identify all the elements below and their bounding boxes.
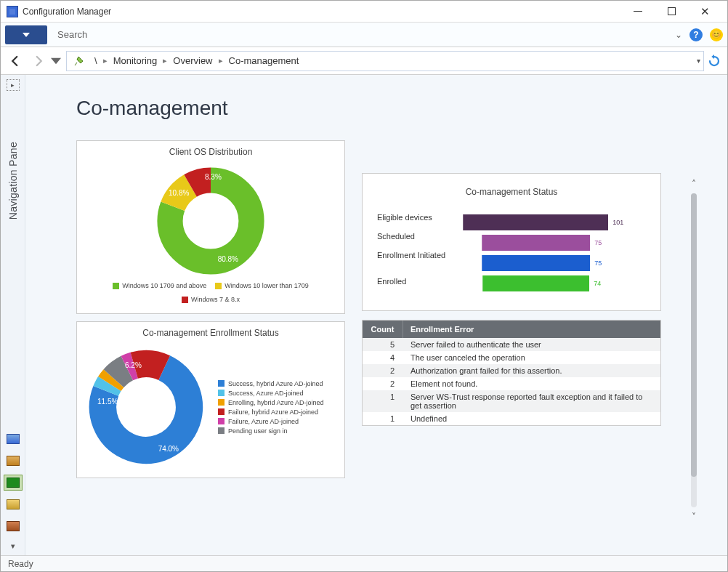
table-row[interactable]: 2Authorization grant failed for this ass…	[363, 364, 660, 377]
slice-label: 10.8%	[169, 189, 189, 197]
funnel-bar: 74	[463, 274, 623, 293]
breadcrumb-monitoring[interactable]: Monitoring	[109, 55, 162, 66]
scroll-down-icon[interactable]: ˅	[689, 510, 699, 523]
scroll-up-icon[interactable]: ˄	[689, 177, 699, 190]
feedback-icon[interactable]: 😊	[710, 28, 723, 41]
search-input[interactable]: Search	[54, 28, 668, 41]
cell-error: Element not found.	[403, 377, 660, 390]
page-title: Co-management	[76, 97, 705, 120]
slice-label: 8.3%	[205, 173, 222, 181]
breadcrumb-root[interactable]: \	[90, 55, 102, 66]
close-button[interactable]: ✕	[688, 1, 721, 23]
funnel-label: Enrolled	[377, 277, 445, 296]
address-dropdown-icon[interactable]: ▾	[697, 57, 700, 65]
workspace-more-icon[interactable]: ▾	[11, 541, 15, 551]
breadcrumb-sep-icon: ▸	[217, 56, 225, 65]
cell-count: 1	[363, 412, 403, 425]
breadcrumb-overview[interactable]: Overview	[169, 55, 217, 66]
legend: Windows 10 1709 and above Windows 10 low…	[81, 279, 340, 306]
legend-item: Success, hybrid Azure AD-joined	[228, 380, 323, 387]
maximize-button[interactable]	[655, 1, 688, 23]
window-title: Configuration Manager	[23, 7, 621, 17]
cell-error: Server WS-Trust response reported fault …	[403, 390, 660, 412]
legend: Success, hybrid Azure AD-joined Success,…	[218, 380, 324, 435]
pin-icon	[74, 55, 86, 67]
card-title: Co-management Enrollment Status	[77, 322, 344, 341]
table-row[interactable]: 4The user canceled the operation	[363, 351, 660, 364]
refresh-button[interactable]	[704, 51, 724, 71]
dashboard-scrollbar[interactable]: ˄ ˅	[687, 174, 700, 523]
card-client-os-distribution: Client OS Distribution 80.8% 10.8% 8.3%	[76, 140, 345, 314]
funnel-label: Eligible devices	[377, 213, 445, 232]
card-enrollment-status: Co-management Enrollment Status 74.0% 11	[76, 321, 345, 478]
slice-label: 6.2%	[125, 361, 142, 369]
cell-count: 4	[363, 351, 403, 364]
workspace-admin-icon[interactable]	[4, 496, 23, 512]
breadcrumb-comanagement[interactable]: Co-management	[225, 55, 304, 66]
legend-item: Windows 7 & 8.x	[191, 296, 240, 303]
forward-button[interactable]	[27, 49, 50, 73]
history-dropdown-button[interactable]	[50, 49, 62, 73]
funnel-label: Scheduled	[377, 232, 445, 251]
minimize-button[interactable]	[621, 1, 655, 23]
col-header-error: Enrollment Error	[403, 321, 660, 338]
slice-label: 80.8%	[218, 255, 238, 263]
col-header-count: Count	[363, 321, 403, 338]
donut-chart-enroll: 74.0% 11.5% 6.2%	[84, 345, 208, 469]
legend-item: Windows 10 1709 and above	[122, 282, 206, 289]
funnel-bar: 75	[463, 233, 623, 252]
cell-error: Authorization grant failed for this asse…	[403, 364, 660, 377]
title-bar: Configuration Manager ✕	[1, 1, 727, 23]
back-button[interactable]	[4, 49, 27, 73]
legend-item: Windows 10 lower than 1709	[225, 282, 309, 289]
legend-item: Pending user sign in	[228, 427, 288, 435]
legend-item: Enrolling, hybrid Azure AD-joined	[228, 399, 324, 406]
cell-count: 1	[363, 390, 403, 412]
help-icon[interactable]: ?	[689, 28, 703, 41]
workspace-assets-icon[interactable]	[4, 431, 23, 447]
breadcrumb-sep-icon: ▸	[161, 56, 169, 65]
table-row[interactable]: 1Undefined	[363, 412, 660, 425]
donut-chart-os: 80.8% 10.8% 8.3%	[153, 163, 269, 279]
app-icon	[7, 6, 18, 17]
cell-count: 2	[363, 364, 403, 377]
funnel-label: Enrollment Initiated	[377, 251, 445, 277]
funnel-bar: 75	[463, 254, 623, 273]
cell-error: Server failed to authenticate the user	[403, 338, 660, 351]
legend-item: Failure, hybrid Azure AD-joined	[228, 408, 318, 416]
table-header: Count Enrollment Error	[363, 321, 660, 338]
app-menu-button[interactable]	[5, 25, 47, 44]
card-title: Client OS Distribution	[77, 141, 344, 160]
expand-nav-button[interactable]: ▸	[7, 79, 20, 91]
slice-label: 11.5%	[97, 398, 118, 406]
search-dropdown-icon[interactable]: ⌄	[675, 30, 682, 40]
navigation-pane-collapsed: ▸ Navigation Pane ▾	[1, 75, 25, 555]
card-enrollment-errors: Count Enrollment Error 5Server failed to…	[362, 320, 661, 426]
card-comanagement-status: Co-management Status Eligible devices Sc…	[362, 173, 661, 311]
workspace-community-icon[interactable]	[4, 518, 23, 534]
nav-pane-label[interactable]: Navigation Pane	[7, 142, 19, 219]
table-row[interactable]: 1Server WS-Trust response reported fault…	[363, 390, 660, 412]
cell-count: 5	[363, 338, 403, 351]
funnel-chart: Eligible devices Scheduled Enrollment In…	[377, 213, 646, 296]
breadcrumb-sep-icon: ▸	[102, 56, 109, 65]
table-row[interactable]: 2Element not found.	[363, 377, 660, 390]
status-bar: Ready	[1, 555, 727, 571]
table-row[interactable]: 5Server failed to authenticate the user	[363, 338, 660, 351]
nav-toolbar: \ ▸ Monitoring ▸ Overview ▸ Co-managemen…	[1, 47, 727, 75]
slice-label: 74.0%	[158, 445, 179, 453]
workspace-library-icon[interactable]	[4, 453, 23, 469]
cell-error: Undefined	[403, 412, 660, 425]
address-bar[interactable]: \ ▸ Monitoring ▸ Overview ▸ Co-managemen…	[66, 51, 704, 71]
status-text: Ready	[8, 559, 33, 569]
workspace-monitoring-icon[interactable]	[4, 475, 23, 491]
cell-error: The user canceled the operation	[403, 351, 660, 364]
legend-item: Success, Azure AD-joined	[228, 390, 304, 397]
cell-count: 2	[363, 377, 403, 390]
card-title: Co-management Status	[377, 181, 646, 200]
funnel-bar: 101	[463, 213, 623, 232]
legend-item: Failure, Azure AD-joined	[228, 418, 299, 425]
menu-bar: Search ⌄ ? 😊	[1, 23, 727, 47]
